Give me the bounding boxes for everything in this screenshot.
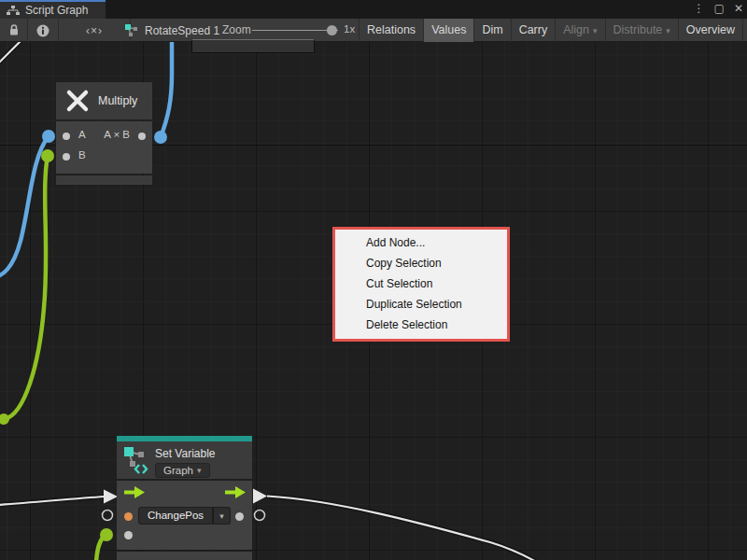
wire-green-input: [5, 156, 48, 419]
node-title: Multiply: [98, 94, 137, 107]
menu-item-copy-selection[interactable]: Copy Selection: [335, 253, 507, 273]
window-controls: ⋮ ▢ ✕: [694, 0, 743, 17]
chevron-down-icon: ▾: [666, 26, 670, 35]
port-label-a: A: [78, 129, 86, 140]
dim-button[interactable]: Dim: [473, 19, 510, 42]
values-button[interactable]: Values: [423, 19, 473, 42]
multiply-node[interactable]: Multiply A A × B B: [56, 82, 152, 185]
toolbar-buttons: Relations Values Dim Carry Align▾ Distri…: [359, 19, 747, 42]
set-variable-body: ChangePos ▾: [117, 481, 252, 550]
chevron-down-icon[interactable]: ▾: [213, 507, 231, 525]
maximize-icon[interactable]: ▢: [714, 0, 725, 17]
port-row-a: A A × B: [56, 126, 152, 147]
output-port-result[interactable]: [138, 133, 146, 140]
graph-icon: [7, 6, 20, 16]
distribute-dropdown[interactable]: Distribute▾: [605, 19, 678, 42]
set-variable-node[interactable]: Set Variable Graph ▾: [117, 436, 252, 560]
graph-toolbar: ‹×› RotateSpeed 1 Zoom 1x Relations Valu…: [0, 19, 747, 42]
zoom-label: Zoom: [222, 23, 251, 36]
carry-button[interactable]: Carry: [511, 19, 556, 42]
value-input-port[interactable]: [124, 531, 133, 539]
node-title: Set Variable: [155, 447, 215, 460]
flow-arrowhead-in: [104, 490, 118, 504]
variable-select-value: ChangePos: [138, 507, 213, 525]
unconnected-port-left[interactable]: [103, 511, 113, 521]
multiply-footer: [56, 175, 152, 185]
variable-kind-dropdown[interactable]: Graph ▾: [155, 463, 210, 478]
port-label-b: B: [78, 149, 86, 161]
input-port-a[interactable]: [63, 133, 70, 140]
chevron-down-icon: ▾: [197, 466, 202, 475]
chevron-down-icon: ▾: [593, 26, 598, 35]
overview-button[interactable]: Overview: [678, 19, 742, 42]
set-variable-header[interactable]: Set Variable Graph ▾: [117, 441, 252, 479]
window-menu-icon[interactable]: ⋮: [694, 0, 705, 17]
wire-white-flowin: [0, 497, 105, 505]
relations-button[interactable]: Relations: [359, 19, 423, 42]
variable-name-port[interactable]: [124, 512, 133, 521]
multiply-header[interactable]: Multiply: [56, 82, 152, 119]
flow-arrowhead-out: [253, 489, 267, 504]
tab-title: Script Graph: [25, 4, 88, 17]
value-input-row: [117, 529, 252, 550]
wire-blue-output: [161, 42, 172, 137]
zoom-value: 1x: [344, 23, 355, 35]
variable-select[interactable]: ChangePos ▾: [138, 507, 231, 525]
graph-canvas[interactable]: Multiply A A × B B: [0, 42, 747, 560]
wire-endpoint-green-left[interactable]: [0, 413, 9, 425]
value-output-port[interactable]: [235, 512, 244, 521]
tab-script-graph[interactable]: Script Graph: [0, 0, 106, 19]
caret-glyph: ▾: [219, 511, 224, 521]
port-row-b: B: [56, 147, 152, 167]
script-graph-node-icon: [124, 23, 139, 37]
flow-row: [117, 481, 252, 505]
zoom-slider-track[interactable]: [252, 30, 338, 31]
align-label: Align: [563, 23, 589, 36]
menu-item-delete-selection[interactable]: Delete Selection: [335, 315, 507, 335]
multiply-ports: A A × B B: [56, 121, 152, 174]
lock-icon: [8, 24, 20, 36]
close-icon[interactable]: ✕: [734, 0, 743, 17]
wire-endpoint-blue-result[interactable]: [154, 131, 167, 144]
input-port-b[interactable]: [63, 153, 70, 161]
code-preview-button[interactable]: ‹×›: [59, 19, 131, 42]
code-icon: ‹×›: [86, 24, 103, 37]
info-button[interactable]: [28, 19, 59, 42]
wire-white-flowout-outline: [267, 497, 538, 560]
menu-item-duplicate-selection[interactable]: Duplicate Selection: [335, 294, 507, 315]
wire-endpoint-blue-a[interactable]: [42, 130, 55, 143]
wire-endpoint-green-b[interactable]: [41, 149, 54, 162]
script-graph-window: Script Graph ⋮ ▢ ✕ ‹×›: [0, 0, 747, 560]
empty-inline-field[interactable]: [191, 39, 315, 53]
context-menu: Add Node... Copy Selection Cut Selection…: [332, 227, 510, 342]
wire-white-flowout: [267, 497, 538, 560]
menu-item-cut-selection[interactable]: Cut Selection: [335, 273, 507, 294]
flow-input-arrow[interactable]: [124, 486, 145, 498]
align-dropdown[interactable]: Align▾: [555, 19, 604, 42]
set-variable-footer: [117, 552, 252, 560]
set-variable-icon: [123, 446, 148, 474]
zoom-slider-handle[interactable]: [327, 25, 337, 35]
unconnected-port-right[interactable]: [255, 511, 265, 521]
wire-endpoint-green-bottom[interactable]: [100, 528, 113, 541]
variable-row: ChangePos ▾: [117, 505, 252, 529]
menu-item-add-node[interactable]: Add Node...: [335, 232, 507, 253]
tab-bar: Script Graph ⋮ ▢ ✕: [0, 0, 747, 19]
port-label-result: A × B: [104, 129, 130, 140]
wire-white-topleft-outline: [0, 42, 27, 64]
full-screen-button[interactable]: Full Screen: [742, 19, 747, 42]
distribute-label: Distribute: [613, 23, 663, 36]
multiply-icon: [65, 89, 90, 113]
variable-kind-label: Graph: [163, 465, 193, 476]
info-icon: [36, 24, 49, 37]
lock-button[interactable]: [0, 19, 28, 42]
graph-breadcrumb-label: RotateSpeed 1: [145, 24, 219, 37]
flow-output-arrow[interactable]: [225, 486, 246, 498]
